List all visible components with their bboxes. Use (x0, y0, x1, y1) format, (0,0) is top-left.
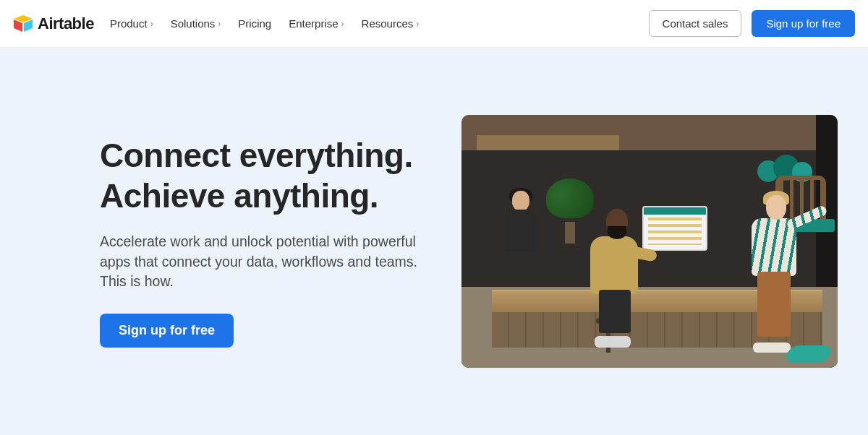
nav-label: Enterprise (289, 17, 338, 30)
hero-section: Connect everything. Achieve anything. Ac… (0, 48, 868, 435)
nav-label: Pricing (238, 17, 271, 30)
hero-headline: Connect everything. Achieve anything. (100, 135, 433, 216)
hero-text: Connect everything. Achieve anything. Ac… (100, 135, 433, 348)
brand-logo[interactable]: Airtable (13, 14, 94, 33)
primary-nav: Product › Solutions › Pricing Enterprise… (110, 17, 419, 30)
chevron-right-icon: › (150, 19, 153, 29)
contact-sales-button[interactable]: Contact sales (649, 10, 742, 37)
signup-button-header[interactable]: Sign up for free (752, 10, 855, 37)
brand-name: Airtable (38, 14, 94, 33)
nav-item-pricing[interactable]: Pricing (238, 17, 271, 30)
airtable-logo-icon (13, 15, 33, 33)
nav-label: Resources (362, 17, 414, 30)
chevron-right-icon: › (218, 19, 221, 29)
hero-image (461, 115, 838, 368)
nav-label: Solutions (171, 17, 216, 30)
signup-button-hero[interactable]: Sign up for free (100, 314, 234, 348)
hero-image-container (461, 115, 838, 368)
header-actions: Contact sales Sign up for free (649, 10, 855, 37)
nav-item-enterprise[interactable]: Enterprise › (289, 17, 344, 30)
nav-item-product[interactable]: Product › (110, 17, 153, 30)
hero-subhead: Accelerate work and unlock potential wit… (100, 232, 433, 292)
chevron-right-icon: › (341, 19, 344, 29)
site-header: Airtable Product › Solutions › Pricing E… (0, 0, 868, 48)
chevron-right-icon: › (416, 19, 419, 29)
nav-item-resources[interactable]: Resources › (362, 17, 420, 30)
nav-item-solutions[interactable]: Solutions › (171, 17, 221, 30)
nav-label: Product (110, 17, 148, 30)
